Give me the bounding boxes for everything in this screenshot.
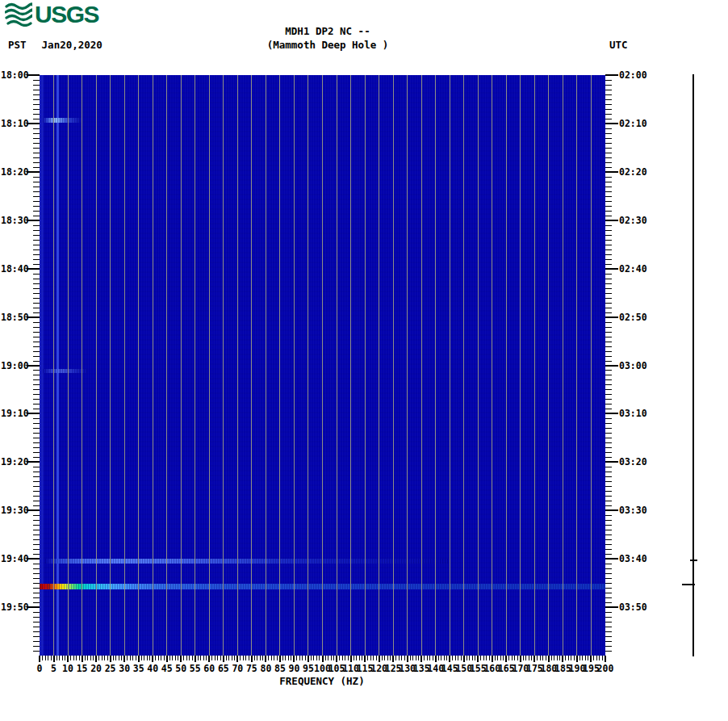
time-tick-minor-left	[33, 356, 40, 357]
freq-tick-minor	[70, 656, 71, 660]
time-tick-minor-right	[605, 109, 612, 110]
time-tick-minor-right	[605, 264, 612, 265]
frequency-gridline	[223, 75, 224, 656]
freq-tick-minor	[559, 656, 560, 660]
time-tick-minor-right	[605, 312, 612, 313]
time-tick-minor-left	[33, 452, 40, 453]
freq-tick-minor	[565, 656, 566, 660]
freq-tick-major	[463, 656, 465, 662]
time-tick-minor-right	[605, 346, 612, 347]
time-tick-minor-right	[605, 99, 612, 100]
time-tick-minor-left	[33, 90, 40, 90]
freq-tick-minor	[401, 656, 402, 660]
frequency-gridline	[251, 75, 252, 656]
frequency-gridline	[138, 75, 139, 656]
freq-tick-minor	[268, 656, 269, 660]
persistent-tone-stripe	[40, 75, 44, 656]
time-tick-minor-right	[605, 593, 612, 593]
time-tick-minor-left	[33, 245, 40, 245]
freq-tick-minor	[599, 656, 600, 660]
time-tick-minor-right	[605, 525, 612, 526]
time-tick-minor-right	[605, 187, 612, 187]
frequency-gridline	[450, 75, 450, 656]
time-tick-minor-right	[605, 399, 612, 400]
freq-tick-minor	[220, 656, 221, 660]
x-axis-title: FREQUENCY (HZ)	[241, 675, 403, 687]
freq-tick-major	[379, 656, 380, 662]
time-tick-minor-left	[33, 182, 40, 182]
freq-tick-minor	[198, 656, 199, 660]
time-tick-minor-right	[605, 433, 612, 434]
time-tick-minor-left	[33, 593, 40, 593]
time-label-pst: 18:20	[1, 166, 28, 178]
freq-tick-minor	[200, 656, 201, 660]
frequency-gridline	[153, 75, 153, 656]
freq-tick-minor	[602, 656, 603, 660]
time-tick-major-right	[605, 365, 618, 367]
time-tick-major-right	[605, 268, 618, 270]
usgs-logo-text: USGS	[35, 2, 98, 27]
freq-tick-minor	[149, 656, 150, 660]
time-tick-major-right	[605, 220, 618, 221]
freq-tick-minor	[404, 656, 405, 660]
time-tick-minor-right	[605, 249, 612, 250]
time-tick-minor-right	[605, 418, 612, 419]
freq-tick-minor	[189, 656, 190, 660]
frequency-gridline	[209, 75, 210, 656]
freq-tick-minor	[175, 656, 176, 660]
time-tick-minor-left	[33, 167, 40, 168]
time-tick-minor-right	[605, 447, 612, 448]
freq-tick-major	[548, 656, 550, 662]
time-label-utc: 03:20	[619, 456, 653, 467]
freq-tick-minor	[458, 656, 458, 660]
time-tick-minor-left	[33, 505, 40, 506]
time-tick-minor-right	[605, 428, 612, 429]
spectrogram-event-1940	[45, 559, 450, 564]
time-tick-minor-left	[33, 259, 40, 260]
time-tick-minor-right	[605, 254, 612, 255]
freq-tick-minor	[486, 656, 487, 660]
time-tick-minor-right	[605, 114, 612, 115]
freq-tick-minor	[164, 656, 165, 660]
time-tick-minor-right	[605, 337, 612, 337]
time-tick-minor-left	[33, 491, 40, 492]
freq-tick-minor	[554, 656, 554, 660]
freq-tick-major	[350, 656, 352, 662]
time-tick-minor-right	[605, 389, 612, 390]
time-tick-minor-left	[33, 515, 40, 516]
time-tick-minor-right	[605, 588, 612, 589]
time-tick-minor-left	[33, 85, 40, 86]
freq-tick-minor	[161, 656, 161, 660]
freq-tick-minor	[412, 656, 413, 660]
time-tick-minor-left	[33, 501, 40, 501]
time-tick-minor-right	[605, 612, 612, 613]
time-label-pst: 19:30	[1, 505, 28, 516]
freq-tick-minor	[382, 656, 383, 660]
usgs-waves-icon	[5, 2, 32, 27]
time-label-utc: 02:40	[619, 263, 653, 275]
time-tick-minor-right	[605, 496, 612, 497]
frequency-gridline	[407, 75, 408, 656]
time-tick-minor-right	[605, 293, 612, 294]
time-tick-minor-right	[605, 259, 612, 260]
time-tick-minor-left	[33, 622, 40, 622]
time-tick-minor-left	[33, 627, 40, 627]
freq-tick-minor	[588, 656, 588, 660]
freq-tick-minor	[433, 656, 433, 660]
frequency-gridline	[520, 75, 521, 656]
freq-tick-major	[236, 656, 238, 662]
time-label-utc: 02:50	[619, 312, 653, 323]
freq-tick-minor	[260, 656, 261, 660]
freq-tick-major	[223, 656, 224, 662]
frequency-gridline	[294, 75, 295, 656]
time-tick-minor-right	[605, 515, 612, 516]
freq-tick-minor	[228, 656, 229, 660]
freq-tick-minor	[291, 656, 291, 660]
freq-tick-minor	[424, 656, 425, 660]
time-tick-minor-right	[605, 119, 612, 119]
time-tick-minor-left	[33, 240, 40, 241]
frequency-gridline	[322, 75, 323, 656]
freq-tick-minor	[469, 656, 470, 660]
time-tick-minor-left	[33, 573, 40, 574]
time-tick-minor-right	[605, 104, 612, 105]
